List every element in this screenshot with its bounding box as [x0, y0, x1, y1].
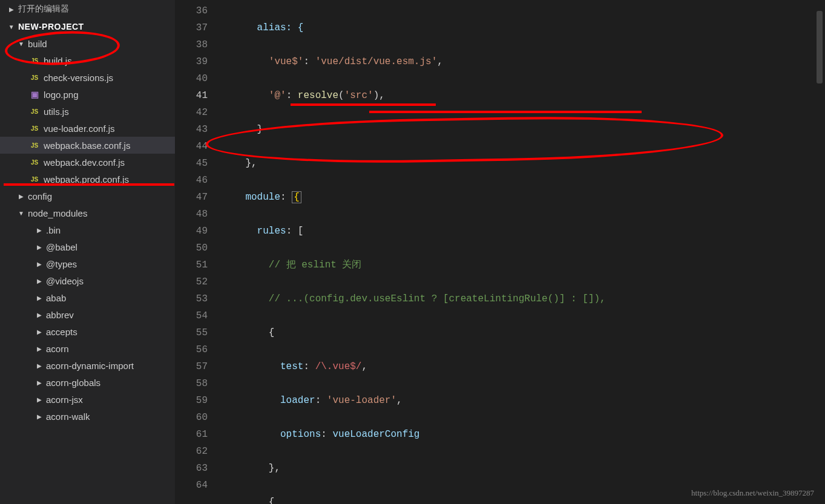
line-number: 44 — [175, 138, 208, 155]
open-editors-section[interactable]: ▶ 打开的编辑器 — [0, 0, 175, 18]
folder-acorn-jsx[interactable]: ▶acorn-jsx — [0, 391, 175, 408]
line-number: 58 — [175, 375, 208, 392]
line-number: 56 — [175, 341, 208, 358]
folder-abab[interactable]: ▶abab — [0, 289, 175, 306]
project-name-label: NEW-PROJECT — [18, 22, 84, 31]
chevron-right-icon: ▶ — [35, 227, 44, 234]
folder-acorn-walk[interactable]: ▶acorn-walk — [0, 408, 175, 425]
js-file-icon: JS — [29, 72, 40, 83]
line-number: 57 — [175, 358, 208, 375]
chevron-right-icon: ▶ — [35, 278, 44, 284]
folder-acorn-dynamic-import[interactable]: ▶acorn-dynamic-import — [0, 357, 175, 374]
line-number: 37 — [175, 19, 208, 36]
image-file-icon: ▣ — [29, 89, 40, 100]
chevron-down-icon: ▼ — [17, 210, 25, 217]
line-number: 48 — [175, 206, 208, 223]
file-webpack-base-conf[interactable]: JSwebpack.base.conf.js — [0, 137, 175, 154]
chevron-right-icon: ▶ — [35, 295, 44, 301]
chevron-right-icon: ▶ — [35, 396, 44, 403]
folder-build[interactable]: ▼ build — [0, 35, 175, 52]
line-number: 49 — [175, 223, 208, 240]
file-vue-loader-conf[interactable]: JSvue-loader.conf.js — [0, 120, 175, 137]
line-number: 54 — [175, 307, 208, 324]
line-number: 41 — [175, 87, 208, 104]
chevron-right-icon: ▶ — [35, 362, 44, 369]
js-file-icon: JS — [29, 123, 40, 134]
js-file-icon: JS — [29, 157, 40, 168]
chevron-right-icon: ▶ — [35, 379, 44, 386]
chevron-right-icon: ▶ — [35, 329, 44, 335]
editor-scrollbar-thumb[interactable] — [817, 11, 823, 83]
line-number: 36 — [175, 2, 208, 19]
folder-bin[interactable]: ▶.bin — [0, 221, 175, 238]
folder-accepts[interactable]: ▶accepts — [0, 323, 175, 340]
chevron-down-icon: ▼ — [17, 41, 25, 47]
chevron-down-icon: ▼ — [7, 24, 16, 30]
chevron-right-icon: ▶ — [35, 345, 44, 352]
file-utils-js[interactable]: JSutils.js — [0, 103, 175, 120]
folder-videojs[interactable]: ▶@videojs — [0, 272, 175, 289]
line-number: 60 — [175, 409, 208, 426]
line-number: 59 — [175, 392, 208, 409]
line-number: 53 — [175, 290, 208, 307]
chevron-right-icon: ▶ — [7, 6, 16, 13]
file-webpack-prod-conf[interactable]: JSwebpack.prod.conf.js — [0, 171, 175, 188]
folder-babel[interactable]: ▶@babel — [0, 238, 175, 255]
file-explorer-sidebar: ▶ 打开的编辑器 ▼ NEW-PROJECT ▼ build JSbuild.j… — [0, 0, 175, 504]
js-file-icon: JS — [29, 174, 40, 185]
line-number: 38 — [175, 36, 208, 53]
project-root[interactable]: ▼ NEW-PROJECT — [0, 18, 175, 35]
folder-config[interactable]: ▶config — [0, 188, 175, 205]
line-number: 63 — [175, 460, 208, 477]
line-number: 40 — [175, 70, 208, 87]
folder-acorn-globals[interactable]: ▶acorn-globals — [0, 374, 175, 391]
chevron-right-icon: ▶ — [35, 244, 44, 250]
line-number: 51 — [175, 257, 208, 273]
code-content[interactable]: alias: { 'vue$': 'vue/dist/vue.esm.js', … — [222, 0, 825, 504]
chevron-right-icon: ▶ — [17, 193, 25, 200]
line-number: 62 — [175, 443, 208, 460]
file-build-js[interactable]: JSbuild.js — [0, 52, 175, 69]
line-number: 43 — [175, 121, 208, 138]
file-check-versions[interactable]: JScheck-versions.js — [0, 69, 175, 86]
line-number: 39 — [175, 53, 208, 70]
js-file-icon: JS — [29, 55, 40, 66]
js-file-icon: JS — [29, 106, 40, 117]
line-number: 55 — [175, 324, 208, 341]
line-number: 46 — [175, 172, 208, 189]
line-number: 47 — [175, 189, 208, 206]
code-editor[interactable]: 3637383940414243444546474849505152535455… — [175, 0, 825, 504]
folder-types[interactable]: ▶@types — [0, 255, 175, 272]
js-file-icon: JS — [29, 140, 40, 151]
watermark-text: https://blog.csdn.net/weixin_39897287 — [691, 488, 814, 498]
line-number: 45 — [175, 155, 208, 172]
file-webpack-dev-conf[interactable]: JSwebpack.dev.conf.js — [0, 154, 175, 171]
chevron-right-icon: ▶ — [35, 261, 44, 267]
line-number: 61 — [175, 426, 208, 443]
folder-node-modules[interactable]: ▼node_modules — [0, 205, 175, 221]
folder-acorn[interactable]: ▶acorn — [0, 340, 175, 357]
line-number: 42 — [175, 104, 208, 121]
open-editors-label: 打开的编辑器 — [18, 4, 69, 15]
file-logo-png[interactable]: ▣logo.png — [0, 86, 175, 103]
chevron-right-icon: ▶ — [35, 413, 44, 420]
line-number: 64 — [175, 477, 208, 494]
folder-abbrev[interactable]: ▶abbrev — [0, 306, 175, 323]
line-number: 52 — [175, 273, 208, 290]
chevron-right-icon: ▶ — [35, 312, 44, 318]
line-number-gutter: 3637383940414243444546474849505152535455… — [175, 0, 222, 504]
line-number: 50 — [175, 240, 208, 257]
